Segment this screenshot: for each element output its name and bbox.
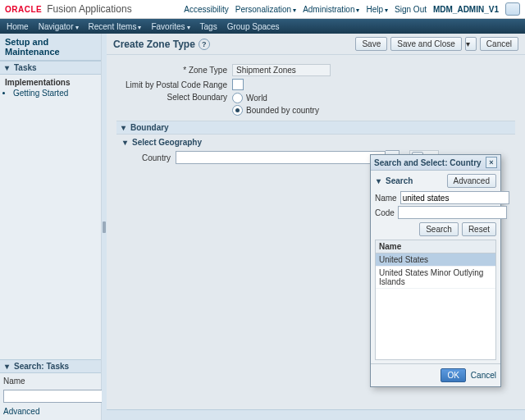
search-name-label: Name <box>3 377 98 386</box>
dialog-name-input[interactable] <box>400 191 509 204</box>
tasks-heading: Implementations <box>5 78 96 87</box>
task-link-getting-started[interactable]: Getting Started <box>13 89 96 98</box>
boundary-section-header[interactable]: ▾ Boundary <box>116 121 515 135</box>
nav-group-spaces[interactable]: Group Spaces <box>227 22 280 31</box>
link-personalization[interactable]: Personalization <box>235 5 296 14</box>
zone-type-value: Shipment Zones <box>232 64 331 76</box>
search-tasks-header[interactable]: ▾ Search: Tasks <box>0 359 101 373</box>
boundary-country-radio[interactable] <box>232 105 243 116</box>
search-tasks-title: Search: Tasks <box>14 362 69 371</box>
boundary-section-title: Boundary <box>130 123 169 132</box>
dialog-code-label: Code <box>375 208 395 217</box>
results-column-name[interactable]: Name <box>376 240 495 253</box>
workarea-title: Setup and Maintenance <box>0 34 101 61</box>
boundary-world-label: World <box>246 94 267 103</box>
link-help[interactable]: Help <box>366 5 388 14</box>
close-icon: × <box>489 158 493 167</box>
dialog-search-section: Search <box>386 176 413 185</box>
country-input[interactable] <box>176 151 386 164</box>
oracle-logo: ORACLE <box>5 5 42 14</box>
help-icon[interactable]: ? <box>199 39 210 50</box>
country-label: Country <box>121 153 171 162</box>
collapse-icon[interactable]: ▾ <box>3 64 11 71</box>
nav-tags[interactable]: Tags <box>200 22 217 31</box>
dialog-title: Search and Select: Country <box>374 158 482 167</box>
select-boundary-label: Select Boundary <box>116 93 227 102</box>
search-select-country-dialog: Search and Select: Country × ▾Search Adv… <box>370 154 501 387</box>
dialog-code-input[interactable] <box>398 206 507 219</box>
splitter-handle-icon <box>103 221 106 233</box>
save-and-close-button[interactable]: Save and Close <box>390 37 462 51</box>
results-table: Name United States United States Minor O… <box>375 240 496 360</box>
nav-recent-items[interactable]: Recent Items <box>89 22 142 31</box>
collapse-icon[interactable]: ▾ <box>375 177 382 185</box>
boundary-world-radio[interactable] <box>232 93 243 103</box>
select-geography-title: Select Geography <box>132 138 202 147</box>
page-title-text: Create Zone Type <box>113 39 195 50</box>
result-row[interactable]: United States Minor Outlying Islands <box>376 267 495 289</box>
page-title: Create Zone Type ? <box>113 39 210 50</box>
collapse-icon[interactable]: ▾ <box>121 139 129 146</box>
boundary-country-label: Bounded by country <box>246 106 319 115</box>
collapse-icon[interactable]: ▾ <box>3 363 11 370</box>
chat-icon[interactable] <box>505 2 520 16</box>
select-geography-header[interactable]: ▾ Select Geography <box>121 138 515 147</box>
save-button[interactable]: Save <box>355 37 387 51</box>
limit-postal-label: Limit by Postal Code Range <box>116 80 227 89</box>
cancel-button[interactable]: Cancel <box>480 37 518 51</box>
nav-navigator[interactable]: Navigator <box>39 22 79 31</box>
search-tasks-input[interactable] <box>3 390 112 403</box>
collapse-icon[interactable]: ▾ <box>120 124 127 131</box>
footer-bar <box>107 409 525 420</box>
result-row[interactable]: United States <box>376 253 495 267</box>
zone-type-label: Zone Type <box>116 66 227 75</box>
search-tasks-advanced[interactable]: Advanced <box>3 407 39 416</box>
link-accessibility[interactable]: Accessibility <box>184 5 228 14</box>
dialog-ok-button[interactable]: OK <box>441 368 465 382</box>
dialog-close-button[interactable]: × <box>486 157 497 168</box>
dialog-cancel-link[interactable]: Cancel <box>471 371 496 380</box>
tasks-panel-title: Tasks <box>14 63 37 72</box>
current-user: MDM_ADMIN_V1 <box>433 5 499 14</box>
dialog-name-label: Name <box>375 194 397 203</box>
app-title: Fusion Applications <box>47 3 131 15</box>
dialog-advanced-button[interactable]: Advanced <box>447 174 496 188</box>
nav-home[interactable]: Home <box>7 22 29 31</box>
save-menu-button[interactable]: ▾ <box>465 37 477 51</box>
nav-favorites[interactable]: Favorites <box>151 22 189 31</box>
dialog-search-button[interactable]: Search <box>419 222 459 236</box>
link-administration[interactable]: Administration <box>303 5 359 14</box>
dialog-reset-button[interactable]: Reset <box>462 222 496 236</box>
limit-postal-checkbox[interactable] <box>232 79 244 90</box>
link-signout[interactable]: Sign Out <box>395 5 427 14</box>
tasks-panel-header[interactable]: ▾ Tasks <box>0 61 101 75</box>
